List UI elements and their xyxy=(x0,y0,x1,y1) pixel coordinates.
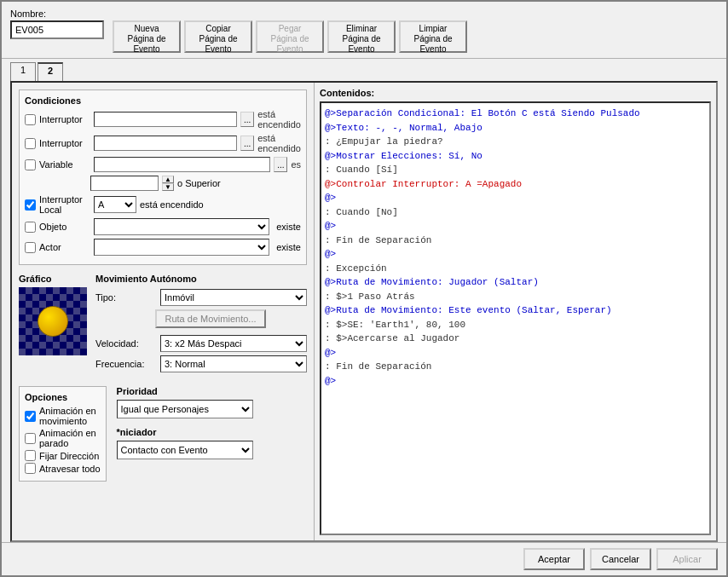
spinner-down-button[interactable]: ▼ xyxy=(162,183,174,191)
interruptor-local-status: está encendido xyxy=(140,199,204,210)
grafico-movement-section: Gráfico Movimiento Autónomo Tipo: Inmóvi… xyxy=(19,274,307,376)
variable-dots-button[interactable]: ... xyxy=(274,157,287,172)
spinner-suffix: o Superior xyxy=(177,178,221,188)
toolbar-buttons: NuevaPágina deEvento CopiarPágina deEven… xyxy=(113,20,467,53)
interruptor-local-checkbox[interactable] xyxy=(25,199,36,211)
pegar-pagina-button[interactable]: PegarPágina deEvento xyxy=(256,20,324,53)
actor-row: Actor existe xyxy=(25,239,301,256)
content-line: : Fin de Separación xyxy=(325,234,706,248)
interruptor2-checkbox[interactable] xyxy=(25,138,36,149)
top-bar: Nombre: NuevaPágina deEvento CopiarPágin… xyxy=(2,2,726,59)
content-line: @> xyxy=(325,374,706,389)
frecuencia-label: Frecuencia: xyxy=(95,359,155,369)
atravesar-row: Atravesar todo xyxy=(25,463,101,474)
prioridad-select[interactable]: Igual que Personajes xyxy=(117,400,253,418)
nombre-input[interactable] xyxy=(10,20,104,39)
interruptor-local-select[interactable]: A B C D xyxy=(94,196,136,213)
velocidad-row: Velocidad: 3: x2 Más Despaci xyxy=(95,335,307,352)
tab-row: 1 2 xyxy=(2,59,726,81)
content-line: @> xyxy=(325,346,706,361)
aplicar-button[interactable]: Aplicar xyxy=(656,548,718,570)
nueva-pagina-button[interactable]: NuevaPágina deEvento xyxy=(113,20,181,53)
animacion-mov-label: Animación enmovimiento xyxy=(39,406,96,426)
objeto-checkbox[interactable] xyxy=(25,222,36,233)
ruta-movimiento-button[interactable]: Ruta de Movimiento... xyxy=(155,309,266,328)
name-section: Nombre: xyxy=(10,9,104,39)
frecuencia-row: Frecuencia: 3: Normal xyxy=(95,355,307,372)
frecuencia-select[interactable]: 3: Normal xyxy=(160,355,307,372)
animacion-par-checkbox[interactable] xyxy=(25,433,36,444)
right-panel: Contenidos: @>Separación Condicional: El… xyxy=(315,83,716,540)
objeto-select[interactable] xyxy=(94,218,269,235)
spinner-up-button[interactable]: ▲ xyxy=(162,176,174,183)
conditions-title: Condiciones xyxy=(25,95,301,106)
opciones-title: Opciones xyxy=(25,392,101,402)
interruptor2-input[interactable] xyxy=(94,136,237,151)
ruta-row: Ruta de Movimiento... xyxy=(95,309,307,332)
interruptor2-row: Interruptor ... estáencendido xyxy=(25,133,301,153)
content-line: @>Controlar Interruptor: A =Apagado xyxy=(325,177,706,192)
bottom-bar: Aceptar Cancelar Aplicar xyxy=(2,542,726,575)
fijar-dir-checkbox[interactable] xyxy=(25,450,36,461)
contents-label: Contenidos: xyxy=(320,88,711,98)
content-line: : $>1 Paso Atrás xyxy=(325,290,706,304)
actor-status: existe xyxy=(276,242,301,252)
variable-label: Variable xyxy=(39,159,90,170)
left-panel: Condiciones Interruptor ... estáencendid… xyxy=(12,83,315,540)
interruptor1-label: Interruptor xyxy=(39,114,90,124)
variable-checkbox[interactable] xyxy=(25,159,36,170)
spinner-buttons: ▲ ▼ xyxy=(162,176,174,191)
content-line: : Cuando [Sí] xyxy=(325,163,706,177)
objeto-status: existe xyxy=(276,222,301,232)
movimiento-title: Movimiento Autónomo xyxy=(95,274,307,284)
animacion-mov-row: Animación enmovimiento xyxy=(25,406,101,426)
objeto-label: Objeto xyxy=(39,222,90,232)
objeto-row: Objeto existe xyxy=(25,218,301,235)
prioridad-section: Prioridad Igual que Personajes xyxy=(117,386,253,418)
variable-input[interactable] xyxy=(94,157,270,172)
content-line: : $>Acercarse al Jugador xyxy=(325,332,706,346)
content-line: : Fin de Separación xyxy=(325,360,706,374)
prioridad-iniciador: Prioridad Igual que Personajes *niciador… xyxy=(117,386,253,482)
copiar-pagina-button[interactable]: CopiarPágina deEvento xyxy=(184,20,252,53)
fijar-dir-row: Fijar Dirección xyxy=(25,450,101,461)
tab-1[interactable]: 1 xyxy=(10,62,36,81)
limpiar-pagina-button[interactable]: LimpiarPágina deEvento xyxy=(399,20,467,53)
interruptor2-dots-button[interactable]: ... xyxy=(240,136,254,151)
opciones-section: Opciones Animación enmovimiento Animació… xyxy=(19,386,107,482)
actor-select[interactable] xyxy=(94,239,269,256)
eliminar-pagina-button[interactable]: EliminarPágina deEvento xyxy=(327,20,396,53)
velocidad-select[interactable]: 3: x2 Más Despaci xyxy=(160,335,307,352)
prioridad-title: Prioridad xyxy=(117,386,253,396)
interruptor1-input[interactable] xyxy=(94,112,237,127)
interruptor1-checkbox[interactable] xyxy=(25,114,36,125)
content-line: @> xyxy=(325,191,706,205)
conditions-section: Condiciones Interruptor ... estáencendid… xyxy=(19,89,307,265)
content-line: : Excepción xyxy=(325,262,706,276)
spinner-input[interactable] xyxy=(90,176,159,191)
content-line: @> xyxy=(325,219,706,234)
grafico-box: Gráfico xyxy=(19,274,87,376)
tipo-select[interactable]: Inmóvil xyxy=(160,289,307,306)
nombre-label: Nombre: xyxy=(10,9,104,19)
interruptor2-label: Interruptor xyxy=(39,138,90,148)
grafico-canvas[interactable] xyxy=(19,287,87,355)
aceptar-button[interactable]: Aceptar xyxy=(523,548,585,570)
iniciador-title: *niciador xyxy=(117,427,253,437)
interruptor1-dots-button[interactable]: ... xyxy=(240,112,254,127)
animacion-mov-checkbox[interactable] xyxy=(25,411,36,422)
tabs-area: 1 2 Condiciones Interruptor ... estáence… xyxy=(2,59,726,542)
variable-row: Variable ... es xyxy=(25,157,301,172)
contents-box[interactable]: @>Separación Condicional: El Botón C est… xyxy=(320,101,711,535)
actor-checkbox[interactable] xyxy=(25,242,36,253)
fijar-dir-label: Fijar Dirección xyxy=(39,451,99,461)
grafico-title: Gráfico xyxy=(19,274,52,284)
interruptor-local-label: InterruptorLocal xyxy=(39,194,90,215)
spinner-row: ▲ ▼ o Superior xyxy=(25,176,301,191)
tab-2[interactable]: 2 xyxy=(38,62,63,81)
cancelar-button[interactable]: Cancelar xyxy=(590,548,651,570)
iniciador-select[interactable]: Contacto con Evento xyxy=(117,441,253,459)
content-line: : $>SE: 'Earth1', 80, 100 xyxy=(325,318,706,332)
atravesar-checkbox[interactable] xyxy=(25,463,36,474)
tipo-row: Tipo: Inmóvil xyxy=(95,289,307,306)
